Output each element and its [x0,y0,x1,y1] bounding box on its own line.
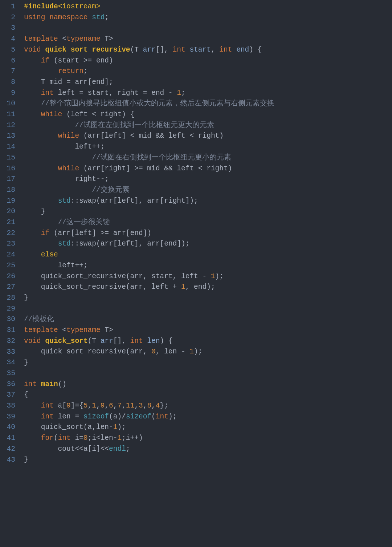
token: , [134,402,139,410]
token [24,186,92,194]
token: (a)/ [109,413,126,421]
line-number: 32 [0,336,17,347]
line-number: 28 [0,293,17,304]
token: main [41,380,58,388]
token: arr [101,337,113,345]
token: 9 [66,402,71,410]
token: len = [54,413,83,421]
token: (arr[left] < mid && left < right) [79,132,224,140]
code-line: int a[9]={5,1,9,6,7,11,3,8,4}; [24,401,274,412]
token: } [24,358,28,366]
token: while [41,110,62,118]
token: ); [168,413,177,421]
token: (start >= end) [49,57,113,65]
code-line: left++; [24,260,274,271]
token: i= [71,434,83,442]
token: sizeof [126,413,151,421]
token: typename [66,326,101,334]
token: ); [215,272,224,280]
line-number: 30 [0,314,17,325]
token: int [24,380,37,388]
token: ; [181,89,185,97]
token: ;i++) [122,434,143,442]
token [24,197,58,205]
code-line: } [24,206,274,217]
token: ( [54,434,58,442]
token: (T [88,337,101,345]
token: //这一步很关键 [58,218,110,226]
token: //交换元素 [92,186,129,194]
code-line: while (arr[right] >= mid && left < right… [24,163,274,174]
token: 5 [83,402,88,410]
line-number: 16 [0,163,17,174]
token: T> [101,326,113,334]
line-number: 38 [0,401,17,412]
code-line [24,23,274,34]
line-number: 37 [0,390,17,401]
token [24,67,58,75]
token: int [130,337,143,345]
code-line: if (start >= end) [24,56,274,66]
token: typename [66,35,101,43]
token [24,402,41,410]
token: ::swap(arr[left], arr[right]); [71,197,198,205]
token: left++; [24,143,105,151]
token: ; [126,445,130,453]
token [24,100,41,108]
token: 7 [117,402,122,410]
line-number: 40 [0,422,17,433]
token: }; [160,402,168,410]
token: 1 [92,402,96,410]
token: , [211,46,219,54]
code-line: quick_sort_recursive(arr, left + 1, end)… [24,282,274,293]
line-number: 34 [0,357,17,368]
code-line: template <typename T> [24,34,274,45]
code-line: using namespace std; [24,12,274,23]
code-line [24,304,274,315]
code-line: int main() [24,379,274,390]
token: [], [113,337,130,345]
token [185,46,190,54]
line-number: 7 [0,66,17,77]
token: 1 [177,89,181,97]
token [24,165,58,173]
token: T> [101,35,113,43]
code-line: } [24,357,274,368]
token: , len - [156,348,190,356]
code-line: void quick_sort(T arr[], int len) { [24,336,274,347]
token: 0 [83,434,88,442]
line-number: 13 [0,131,17,142]
token: (arr[right] >= mid && left < right) [79,165,232,173]
token: 1 [117,434,122,442]
line-number: 35 [0,368,17,379]
token: namespace [49,13,87,21]
token: std [58,240,71,248]
line-number: 14 [0,142,17,153]
token: 4 [156,402,160,410]
line-number: 43 [0,455,17,466]
token: < [58,35,66,43]
token: while [58,165,79,173]
token: ; [83,67,88,75]
token [24,57,41,65]
token [88,13,92,21]
token: quick_sort_recursive(arr, left + [24,283,181,291]
token: [], [156,46,173,54]
token [41,337,45,345]
token: } [24,294,28,302]
token: ); [117,423,126,431]
token: 1 [181,283,185,291]
code-line: while (left < right) { [24,109,274,120]
token: sizeof [83,413,109,421]
line-number: 11 [0,109,17,120]
token: , [143,402,147,410]
token: 1 [189,348,194,356]
token: < [58,326,66,334]
code-line: void quick_sort_recursive(T arr[], int s… [24,45,274,56]
token: start [189,46,211,54]
code-line: //试图在右侧找到一个比枢纽元更小的元素 [24,153,274,163]
code-line: //模板化 [24,314,274,325]
token [24,229,41,237]
token: if [41,57,49,65]
token: //试图在左侧找到一个比枢纽元更大的元素 [75,121,214,129]
